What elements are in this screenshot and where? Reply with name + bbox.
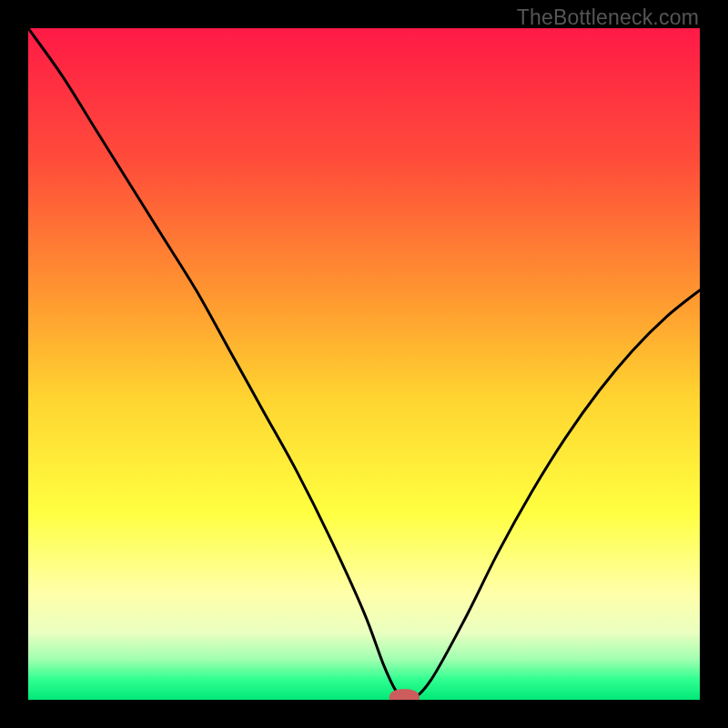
watermark-label: TheBottleneck.com [517, 5, 699, 30]
plot-area [28, 28, 700, 700]
chart-svg [28, 28, 700, 700]
chart-container: TheBottleneck.com [0, 0, 728, 728]
gradient-background [28, 28, 700, 700]
